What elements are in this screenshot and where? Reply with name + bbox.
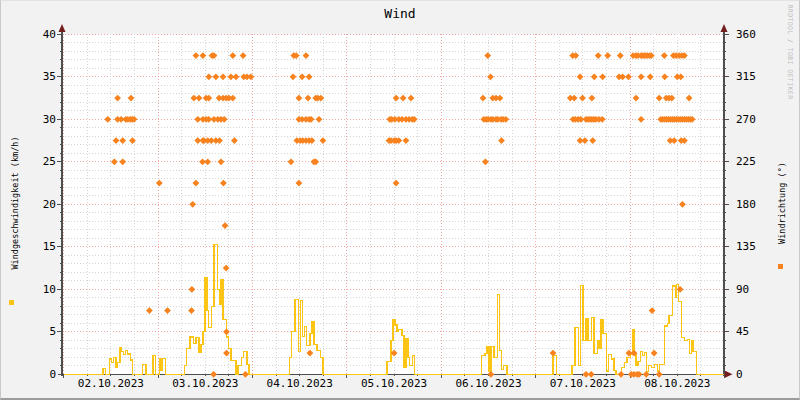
chart-title: Wind: [1, 6, 799, 21]
y-right-tick-label: 225: [736, 156, 770, 167]
y-right-tick-label: 180: [736, 199, 770, 210]
y-axis-label-right: Windrichtung (°): [777, 162, 787, 244]
y-left-tick-label: 35: [26, 71, 56, 82]
y-right-tick-label: 360: [736, 29, 770, 40]
y-right-tick-label: 0: [736, 369, 770, 380]
y-left-tick-label: 30: [26, 114, 56, 125]
y-right-arrow-icon: [721, 24, 728, 32]
y-left-tick-label: 5: [26, 326, 56, 337]
y-right-tick-label: 45: [736, 326, 770, 337]
y-right-tick-label: 135: [736, 241, 770, 252]
y-left-tick-label: 40: [26, 29, 56, 40]
y-right-tick-label: 90: [736, 284, 770, 295]
x-date-label: 05.10.2023: [349, 378, 439, 389]
watermark: RRDTOOL / TOBI OETIKER: [786, 5, 794, 100]
x-axis-arrow-icon: [725, 371, 733, 378]
y-left-arrow-icon: [59, 24, 66, 32]
y-left-tick-label: 25: [26, 156, 56, 167]
y-left-tick-label: 0: [26, 369, 56, 380]
y-axis-label-left: Windgeschwindigkeit (km/h): [10, 136, 20, 269]
y-left-tick-label: 20: [26, 199, 56, 210]
direction-legend-marker: [778, 264, 783, 269]
wind-chart: Wind Windgeschwindigkeit (km/h) Windrich…: [0, 0, 800, 400]
y-right-tick-label: 315: [736, 71, 770, 82]
x-date-label: 04.10.2023: [255, 378, 345, 389]
y-right-tick-label: 270: [736, 114, 770, 125]
x-date-label: 06.10.2023: [444, 378, 534, 389]
plot-area: [1, 1, 800, 400]
x-date-label: 02.10.2023: [66, 378, 156, 389]
speed-legend-marker: [9, 300, 14, 305]
x-date-label: 08.10.2023: [632, 378, 722, 389]
x-date-label: 03.10.2023: [160, 378, 250, 389]
y-left-tick-label: 10: [26, 284, 56, 295]
y-left-tick-label: 15: [26, 241, 56, 252]
x-date-label: 07.10.2023: [538, 378, 628, 389]
